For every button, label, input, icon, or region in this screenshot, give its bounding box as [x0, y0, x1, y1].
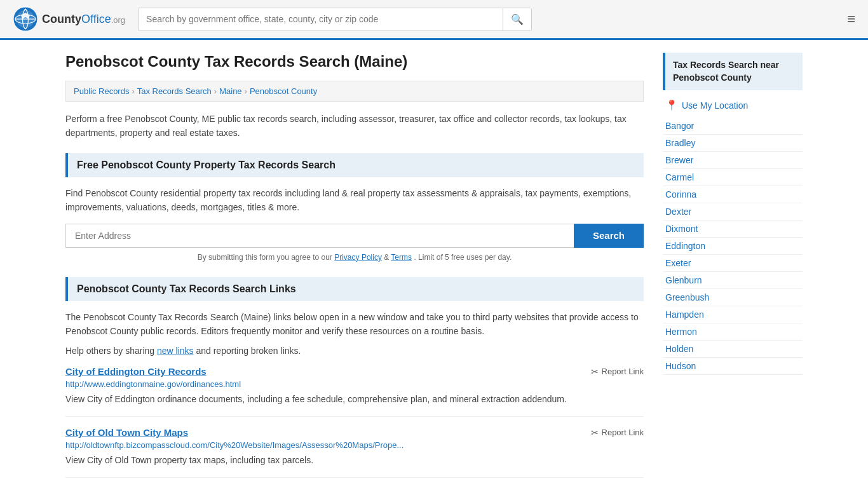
- sidebar-city-hudson[interactable]: Hudson: [663, 358, 803, 375]
- form-note-prefix: By submitting this form you agree to our: [198, 253, 332, 262]
- sidebar-city-bradley[interactable]: Bradley: [663, 135, 803, 152]
- share-prefix: Help others by sharing: [65, 346, 154, 356]
- address-input[interactable]: [65, 224, 574, 248]
- property-search-section: Free Penobscot County Property Tax Recor…: [65, 153, 644, 262]
- report-link-2-button[interactable]: ✂ Report Link: [591, 428, 644, 438]
- scissors-icon-2: ✂: [591, 428, 599, 438]
- form-note-and: &: [384, 253, 391, 262]
- use-my-location-button[interactable]: 📍 Use My Location: [663, 99, 803, 111]
- form-note-suffix: . Limit of 5 free uses per day.: [414, 253, 512, 262]
- link-entry-1-url[interactable]: http://www.eddingtonmaine.gov/ordinances…: [65, 379, 644, 389]
- main-content: Penobscot County Tax Records Search (Mai…: [65, 53, 644, 488]
- sidebar-city-corinna[interactable]: Corinna: [663, 186, 803, 203]
- sidebar-city-list: BangorBradleyBrewerCarmelCorinnaDexterDi…: [663, 118, 803, 375]
- hamburger-menu-button[interactable]: ≡: [847, 11, 855, 27]
- breadcrumb-tax-records-search[interactable]: Tax Records Search: [137, 86, 212, 96]
- site-header: CountyOffice.org 🔍 ≡: [0, 0, 868, 40]
- privacy-policy-link[interactable]: Privacy Policy: [334, 253, 382, 262]
- header-search-button[interactable]: 🔍: [503, 8, 531, 30]
- breadcrumb-public-records[interactable]: Public Records: [74, 86, 129, 96]
- breadcrumb-penobscot-county[interactable]: Penobscot County: [250, 86, 317, 96]
- breadcrumb-maine[interactable]: Maine: [219, 86, 241, 96]
- report-link-1-label: Report Link: [602, 367, 644, 376]
- sidebar-city-exeter[interactable]: Exeter: [663, 255, 803, 272]
- sidebar-city-carmel[interactable]: Carmel: [663, 169, 803, 186]
- use-my-location-label: Use My Location: [682, 100, 748, 111]
- share-line: Help others by sharing new links and rep…: [65, 346, 644, 356]
- link-entry-2-title[interactable]: City of Old Town City Maps: [65, 427, 188, 438]
- location-pin-icon: 📍: [665, 99, 678, 111]
- property-search-description: Find Penobscot County residential proper…: [65, 186, 644, 215]
- property-search-section-header: Free Penobscot County Property Tax Recor…: [65, 153, 644, 177]
- sidebar-city-hampden[interactable]: Hampden: [663, 306, 803, 323]
- hamburger-icon: ≡: [847, 11, 855, 27]
- link-entry-1-header: City of Eddington City Records ✂ Report …: [65, 366, 644, 377]
- link-entry-2-header: City of Old Town City Maps ✂ Report Link: [65, 427, 644, 438]
- link-entry-1-desc: View City of Eddington ordinance documen…: [65, 393, 644, 406]
- sidebar-city-glenburn[interactable]: Glenburn: [663, 272, 803, 289]
- logo-label: CountyOffice.org: [42, 13, 125, 26]
- sidebar-city-eddington[interactable]: Eddington: [663, 238, 803, 255]
- breadcrumb: Public Records › Tax Records Search › Ma…: [65, 81, 644, 102]
- form-note: By submitting this form you agree to our…: [65, 253, 644, 262]
- search-icon: 🔍: [511, 14, 524, 25]
- sidebar-title: Tax Records Search near Penobscot County: [663, 53, 803, 90]
- breadcrumb-sep-2: ›: [214, 86, 217, 96]
- links-description: The Penobscot County Tax Records Search …: [65, 310, 644, 339]
- logo-icon: [13, 6, 38, 32]
- sidebar-city-dexter[interactable]: Dexter: [663, 203, 803, 220]
- new-links-link[interactable]: new links: [157, 346, 194, 356]
- terms-link[interactable]: Terms: [391, 253, 412, 262]
- page-description: Perform a free Penobscot County, ME publ…: [65, 112, 644, 140]
- breadcrumb-sep-3: ›: [245, 86, 247, 96]
- page-title: Penobscot County Tax Records Search (Mai…: [65, 53, 644, 71]
- scissors-icon-1: ✂: [591, 367, 599, 377]
- page-container: Penobscot County Tax Records Search (Mai…: [53, 40, 815, 488]
- link-entry-1: City of Eddington City Records ✂ Report …: [65, 366, 644, 417]
- share-suffix: and reporting broken links.: [196, 346, 301, 356]
- link-entry-1-title[interactable]: City of Eddington City Records: [65, 366, 207, 377]
- sidebar-city-bangor[interactable]: Bangor: [663, 118, 803, 135]
- link-entry-2-url[interactable]: http://oldtownftp.bizcompasscloud.com/Ci…: [65, 440, 644, 450]
- sidebar-city-hermon[interactable]: Hermon: [663, 323, 803, 341]
- sidebar: Tax Records Search near Penobscot County…: [663, 53, 803, 488]
- property-search-form: Search: [65, 224, 644, 248]
- links-section-header: Penobscot County Tax Records Search Link…: [65, 277, 644, 301]
- sidebar-city-brewer[interactable]: Brewer: [663, 152, 803, 169]
- links-section: Penobscot County Tax Records Search Link…: [65, 277, 644, 478]
- logo[interactable]: CountyOffice.org: [13, 6, 125, 32]
- report-link-2-label: Report Link: [602, 428, 644, 437]
- link-entry-2: City of Old Town City Maps ✂ Report Link…: [65, 427, 644, 478]
- sidebar-city-dixmont[interactable]: Dixmont: [663, 220, 803, 238]
- link-entry-2-desc: View City of Old Town property tax maps,…: [65, 454, 644, 467]
- breadcrumb-sep-1: ›: [132, 86, 134, 96]
- sidebar-city-holden[interactable]: Holden: [663, 341, 803, 358]
- sidebar-city-greenbush[interactable]: Greenbush: [663, 289, 803, 306]
- report-link-1-button[interactable]: ✂ Report Link: [591, 367, 644, 377]
- property-search-button[interactable]: Search: [574, 224, 644, 248]
- header-search-input[interactable]: [139, 8, 503, 30]
- header-search-bar: 🔍: [138, 8, 532, 31]
